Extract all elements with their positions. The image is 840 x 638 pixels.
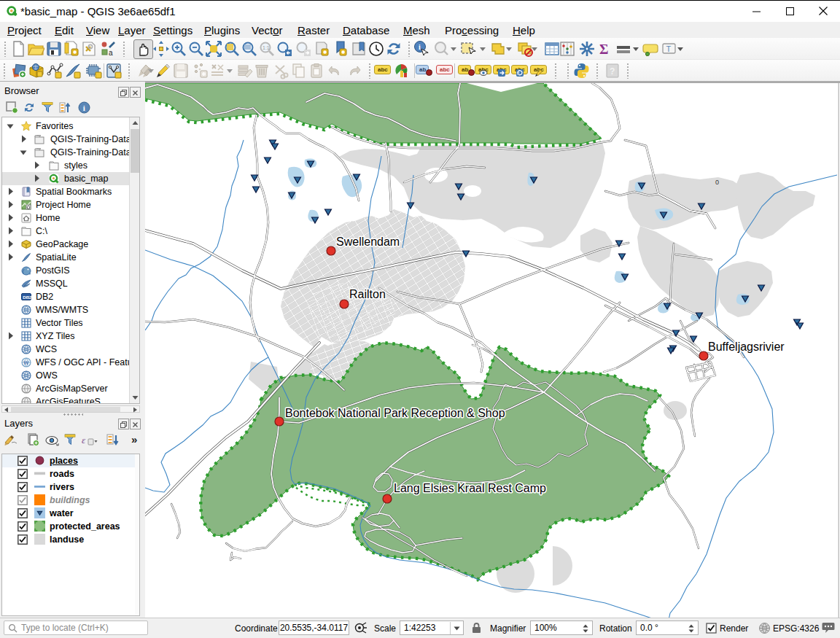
svg-text:?: ? [610, 66, 615, 77]
svg-text:Bontebok National Park Recepti: Bontebok National Park Reception & Shop [285, 407, 505, 419]
svg-text:ε: ε [82, 435, 86, 446]
svg-text:i: i [419, 43, 421, 51]
svg-text:1:1: 1:1 [262, 45, 270, 50]
svg-text:T: T [666, 44, 672, 53]
svg-text:Railton: Railton [349, 288, 386, 300]
svg-text:Swellendam: Swellendam [336, 236, 400, 248]
svg-text:DB2: DB2 [23, 295, 31, 300]
svg-text:W: W [23, 360, 28, 365]
svg-text:a: a [109, 49, 113, 57]
svg-text:Σ: Σ [599, 42, 608, 57]
svg-text:Buffeljagsrivier: Buffeljagsrivier [708, 341, 785, 353]
svg-text:Lang Elsies Kraal Rest Camp: Lang Elsies Kraal Rest Camp [394, 482, 546, 494]
svg-text:0: 0 [715, 179, 719, 186]
svg-text:i: i [83, 104, 85, 112]
